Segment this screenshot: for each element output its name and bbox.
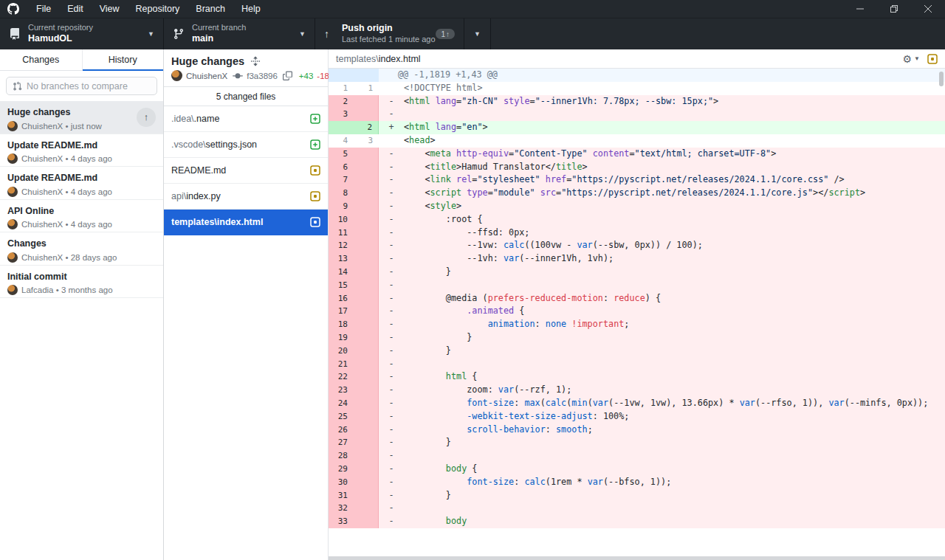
diff-line-row: 7- <link rel="stylesheet" href="https://… <box>329 173 945 187</box>
current-branch-label: Current branch <box>192 23 246 33</box>
menu-view[interactable]: View <box>92 0 128 18</box>
current-branch-value: main <box>192 33 246 45</box>
diff-line-row: 13- --1vh: var(--inner1Vh, 1vh); <box>329 252 945 266</box>
file-modified-icon <box>310 217 320 227</box>
ahead-badge: 1↑ <box>436 29 455 39</box>
file-modified-icon <box>310 191 320 201</box>
diff-line-row: 5- <meta http-equiv="Content-Type" conte… <box>329 148 945 161</box>
diff-line-row: 11<!DOCTYPE html> <box>329 82 945 95</box>
commit-list-meta: ChuishenX • 4 days ago <box>7 153 156 164</box>
diff-line-row: 32- <box>329 502 945 515</box>
diff-line-row: 15- <box>329 279 945 292</box>
commit-title: Huge changes <box>171 55 244 67</box>
changed-file-name: api\index.py <box>171 191 304 201</box>
changed-file-row[interactable]: api\index.py <box>164 184 328 210</box>
branch-compare-box[interactable] <box>6 77 157 95</box>
additions-count: +43 <box>299 72 314 80</box>
unfold-icon[interactable] <box>250 56 261 66</box>
chevron-down-icon: ▼ <box>140 30 154 38</box>
vertical-scrollbar[interactable] <box>939 72 944 86</box>
diff-line-row: 19- } <box>329 331 945 345</box>
sidebar-tabs: Changes History <box>0 49 163 71</box>
push-origin-label: Push origin <box>342 23 436 35</box>
undo-commit-button[interactable]: ↑ <box>137 108 156 127</box>
history-sidebar: Changes History Huge changesChuishenX • … <box>0 49 164 560</box>
changed-file-row[interactable]: .vscode\settings.json <box>164 132 328 158</box>
changed-file-name: README.md <box>171 165 304 176</box>
commit-list-item[interactable]: Update README.mdChuishenX • 4 days ago <box>0 134 163 167</box>
diff-file-header: templates\index.html ⚙ ▼ <box>329 49 945 69</box>
restore-button[interactable] <box>877 0 911 18</box>
diff-line-row: 18- animation: none !important; <box>329 318 945 331</box>
current-branch-button[interactable]: Current branch main ▼ <box>164 18 315 49</box>
menu-edit[interactable]: Edit <box>59 0 92 18</box>
push-origin-sub: Last fetched 1 minute ago <box>342 35 436 45</box>
minimize-button[interactable] <box>843 0 877 18</box>
changed-files-header: 5 changed files <box>164 87 328 106</box>
diff-line-row: 30- font-size: calc(1rem * var(--bfso, 1… <box>329 476 945 489</box>
diff-line-row: 31- } <box>329 489 945 502</box>
push-options-button[interactable]: ▼ <box>464 18 491 49</box>
file-added-icon <box>310 139 320 150</box>
diff-line-row: 2-<html lang="zh-CN" style="--inner1Vh: … <box>329 95 945 108</box>
branch-icon <box>173 28 185 40</box>
changed-files-list: .idea\.name.vscode\settings.jsonREADME.m… <box>164 106 328 235</box>
diff-line-row: 3- <box>329 108 945 121</box>
file-added-icon <box>310 114 320 124</box>
commit-list-item[interactable]: Update README.mdChuishenX • 4 days ago <box>0 167 163 200</box>
chevron-down-icon: ▼ <box>292 30 306 38</box>
commit-list-item[interactable]: ChangesChuishenX • 28 days ago <box>0 232 163 266</box>
changed-file-row[interactable]: README.md <box>164 158 328 184</box>
diff-line-row: 26- scroll-behavior: smooth; <box>329 424 945 437</box>
avatar <box>7 121 18 131</box>
commit-list-meta: ChuishenX • 28 days ago <box>7 252 156 263</box>
diff-line-row: 21- <box>329 358 945 371</box>
commit-author: ChuishenX <box>186 72 227 80</box>
horizontal-scrollbar[interactable] <box>329 556 945 560</box>
menu-bar: FileEditViewRepositoryBranchHelp <box>28 0 269 18</box>
changed-file-row[interactable]: .idea\.name <box>164 106 328 132</box>
diff-line-row: 23- zoom: var(--rzf, 1); <box>329 384 945 397</box>
commit-list-title: API Online <box>7 205 156 218</box>
diff-options-button[interactable]: ⚙ ▼ <box>903 54 920 64</box>
menu-branch[interactable]: Branch <box>188 0 233 18</box>
copy-icon[interactable] <box>283 71 292 80</box>
diff-line-row: 27- } <box>329 436 945 449</box>
diff-line-row: 12- --1vw: calc((100vw - var(--sbw, 0px)… <box>329 239 945 252</box>
commit-list-meta: ChuishenX • 4 days ago <box>7 219 156 229</box>
current-repository-value: HamudOL <box>28 33 93 45</box>
push-origin-button[interactable]: ↑ Push origin Last fetched 1 minute ago … <box>315 18 464 49</box>
branch-compare-input[interactable] <box>27 81 151 91</box>
diff-line-row: 10- :root { <box>329 213 945 227</box>
diff-line-row: 16- @media (prefers-reduced-motion: redu… <box>329 292 945 305</box>
push-arrow-icon: ↑ <box>324 28 334 40</box>
close-button[interactable] <box>911 0 945 18</box>
toolbar: Current repository HamudOL ▼ Current bra… <box>0 18 945 49</box>
menu-repository[interactable]: Repository <box>128 0 188 18</box>
commit-list-title: Huge changes <box>7 106 156 119</box>
commit-list-item[interactable]: API OnlineChuishenX • 4 days ago <box>0 200 163 233</box>
avatar <box>7 285 18 295</box>
tab-history[interactable]: History <box>82 49 164 70</box>
menu-help[interactable]: Help <box>233 0 269 18</box>
diff-line-row: 43<head> <box>329 134 945 148</box>
current-repository-button[interactable]: Current repository HamudOL ▼ <box>0 18 164 49</box>
commit-list-title: Initial commit <box>7 271 156 283</box>
diff-line-row: 2+<html lang="en"> <box>329 121 945 134</box>
diff-line-row: 33- body <box>329 515 945 528</box>
changed-file-row[interactable]: templates\index.html <box>164 210 328 235</box>
diff-file-prefix: templates\ <box>336 54 379 64</box>
diff-line-row: 8- <script type="module" src="https://py… <box>329 187 945 200</box>
chevron-down-icon: ▼ <box>474 30 481 38</box>
repo-icon <box>9 28 21 40</box>
file-modified-icon <box>927 54 938 64</box>
menu-file[interactable]: File <box>28 0 59 18</box>
commit-list-item[interactable]: Huge changesChuishenX • just now↑ <box>0 101 163 134</box>
badge-up-arrow-icon: ↑ <box>446 30 450 38</box>
commit-list-title: Update README.md <box>7 139 156 152</box>
commit-list-item[interactable]: Initial commitLafcadia • 3 months ago <box>0 266 163 299</box>
file-modified-icon <box>310 165 320 176</box>
commit-list-title: Update README.md <box>7 172 156 184</box>
changed-file-name: templates\index.html <box>171 217 304 227</box>
tab-changes[interactable]: Changes <box>0 49 82 70</box>
